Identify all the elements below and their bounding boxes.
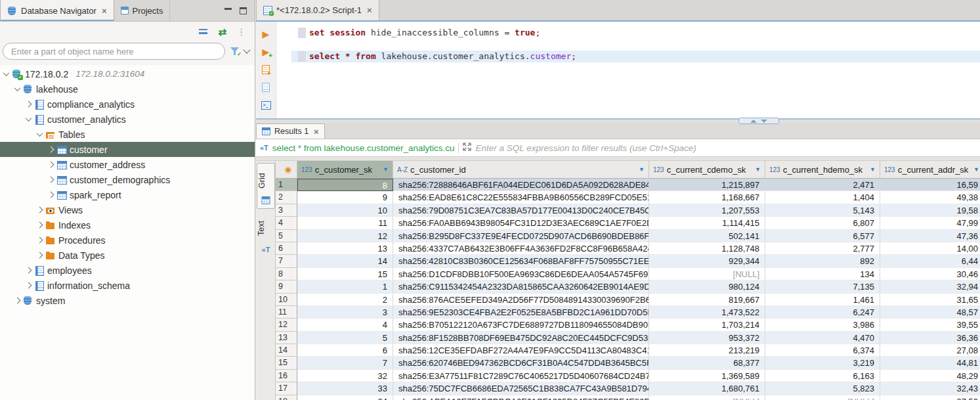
- row-header[interactable]: 8: [276, 268, 297, 280]
- grid-cell[interactable]: 929,344: [649, 255, 765, 267]
- grid-cell[interactable]: 39,55: [880, 319, 980, 331]
- chevron-down-icon[interactable]: [243, 46, 250, 53]
- row-header[interactable]: 7: [276, 255, 297, 267]
- grid-cell[interactable]: sha256:79D08751C3EA7C83BA57D177E00413D0C…: [393, 204, 649, 217]
- grid-cell[interactable]: 44,81: [880, 357, 980, 369]
- filter-funnel-icon[interactable]: [230, 47, 239, 55]
- grid-cell[interactable]: 1,128,748: [649, 242, 765, 255]
- grid-cell[interactable]: 30,46: [880, 268, 980, 280]
- grid-cell[interactable]: sha256:8F1528BB708DF69EB475DC92A8C20EC44…: [393, 332, 649, 344]
- grid-cell[interactable]: 134: [765, 268, 880, 280]
- row-header[interactable]: 1: [276, 179, 297, 191]
- column-header-c_customer_id[interactable]: A-Zc_customer_id▼: [393, 161, 649, 178]
- grid-cell[interactable]: 3,219: [765, 357, 880, 369]
- tree-item-indexes[interactable]: Indexes: [0, 217, 255, 233]
- grid-cell[interactable]: 32,94: [880, 280, 980, 293]
- tree-item-information-schema[interactable]: information_schema: [0, 278, 255, 293]
- collapse-all-icon[interactable]: [199, 29, 207, 35]
- grid-cell[interactable]: 1,461: [765, 294, 880, 306]
- grid-cell[interactable]: 19,58: [880, 204, 980, 217]
- grid-cell[interactable]: sha256:72888646ABF61FA044EDEC061D6DA5A09…: [393, 179, 649, 191]
- explain-plan-button[interactable]: [261, 82, 271, 93]
- expander-icon[interactable]: [37, 237, 43, 244]
- tree-item-customer-analytics[interactable]: customer_analytics: [0, 112, 255, 127]
- grid-cell[interactable]: sha256:876ACE5EFED349A2D56F77D5084891433…: [393, 294, 649, 306]
- row-header[interactable]: 14: [276, 344, 297, 357]
- close-icon[interactable]: ×: [102, 6, 107, 16]
- row-header[interactable]: 16: [276, 370, 297, 382]
- tree-item-procedures[interactable]: Procedures: [0, 233, 255, 248]
- grid-cell[interactable]: 6,374: [765, 344, 880, 357]
- grid-cell[interactable]: sha256:D1CDF8DBB10F500EA9693C86DE6DEAA05…: [393, 268, 649, 280]
- tree-item-customer-address[interactable]: customer_address: [0, 157, 255, 172]
- expander-icon[interactable]: [14, 298, 21, 304]
- grid-cell[interactable]: 9: [297, 191, 393, 204]
- row-header[interactable]: 9: [276, 280, 297, 293]
- grid-cell[interactable]: 7,135: [765, 280, 880, 293]
- grid-cell[interactable]: sha256:B705122120A673FC7DE6889727DB11809…: [393, 319, 649, 331]
- grid-cell[interactable]: 1,207,553: [649, 204, 765, 217]
- grid-cell[interactable]: sha256:ABEA16E7F1FCBDCA6E01CF1095D84F37C…: [393, 395, 649, 400]
- menu-dots-icon[interactable]: ⋮: [237, 28, 245, 36]
- grid-cell[interactable]: 6,247: [765, 306, 880, 319]
- execute-statement-button[interactable]: ▶: [261, 29, 271, 39]
- expander-icon[interactable]: [26, 267, 32, 274]
- expander-icon[interactable]: [48, 192, 54, 198]
- expander-icon[interactable]: [37, 252, 43, 259]
- tab-results-1[interactable]: Results 1 ×: [256, 123, 325, 139]
- grid-cell[interactable]: 5,143: [765, 204, 880, 217]
- grid-cell[interactable]: 1,680,761: [649, 382, 765, 395]
- tree-item-spark-report[interactable]: spark_report: [0, 187, 255, 202]
- sql-console-button[interactable]: >_: [261, 100, 271, 110]
- code-line[interactable]: select * from lakehouse.customer_analyti…: [309, 51, 980, 62]
- grid-cell[interactable]: 980,124: [649, 280, 765, 293]
- grid-cell[interactable]: sha256:EAD8E61C8C22E555834FBBA9B60556CB2…: [393, 191, 649, 204]
- grid-cell[interactable]: 15: [297, 268, 393, 280]
- grid-cell[interactable]: 2,471: [765, 179, 880, 191]
- grid-cell[interactable]: 6,44: [880, 255, 980, 267]
- grid-cell[interactable]: 31,65: [880, 294, 980, 306]
- grid-cell[interactable]: 1,114,415: [649, 217, 765, 229]
- expander-icon[interactable]: [48, 177, 54, 183]
- grid-cell[interactable]: 1,703,214: [649, 319, 765, 331]
- grid-cell[interactable]: 32: [297, 370, 393, 382]
- grid-cell[interactable]: sha256:42810C83B0360CE125634F068BAF8FF75…: [393, 255, 649, 267]
- tab-database-navigator[interactable]: Database Navigator ×: [0, 0, 114, 21]
- code-line[interactable]: [309, 39, 980, 51]
- grid-cell[interactable]: 6,577: [765, 230, 880, 242]
- grid-cell[interactable]: 2: [297, 294, 393, 306]
- grid-cell[interactable]: 14: [297, 255, 393, 267]
- tree-item-lakehouse[interactable]: lakehouse: [0, 81, 255, 97]
- grid-cell[interactable]: sha256:C9115342454A2323DA815865CAA326064…: [393, 280, 649, 293]
- grid-corner-cell[interactable]: ◉: [276, 161, 297, 178]
- grid-cell[interactable]: 10: [297, 204, 393, 217]
- expander-icon[interactable]: [37, 222, 43, 229]
- grid-cell[interactable]: 11: [297, 217, 393, 229]
- grid-cell[interactable]: sha256:620746BED947362BCD6CF31B0A4C547DD…: [393, 357, 649, 369]
- tab-sql-script[interactable]: *<172.18.0.2> Script-1 ×: [256, 0, 379, 20]
- expander-icon[interactable]: [48, 162, 54, 168]
- row-header[interactable]: 15: [276, 357, 297, 369]
- execute-script-button[interactable]: [261, 64, 271, 75]
- tree-item-views[interactable]: Views: [0, 202, 255, 217]
- grid-cell[interactable]: sha256:FA0ABB6943B98054FC31D12D3E3AEC689…: [393, 217, 649, 229]
- grid-cell[interactable]: 48,57: [880, 306, 980, 319]
- grid-cell[interactable]: 6: [297, 344, 393, 357]
- grid-cell[interactable]: [NULL]: [649, 268, 765, 280]
- tree-item-customer-demographics[interactable]: customer_demographics: [0, 172, 255, 187]
- grid-cell[interactable]: 1,473,522: [649, 306, 765, 319]
- grid-cell[interactable]: 2,777: [765, 242, 880, 255]
- close-icon[interactable]: ×: [367, 5, 372, 15]
- row-header[interactable]: 2: [276, 191, 297, 204]
- grid-cell[interactable]: 48,29: [880, 370, 980, 382]
- grid-cell[interactable]: 3,986: [765, 319, 880, 331]
- editor-results-splitter[interactable]: [256, 118, 980, 123]
- grid-cell[interactable]: [NULL]: [649, 395, 765, 400]
- grid-cell[interactable]: 37,50: [880, 395, 980, 400]
- grid-cell[interactable]: 819,667: [649, 294, 765, 306]
- grid-cell[interactable]: sha256:75DC7FCB6686EDA72565C1B838CA7FC43…: [393, 382, 649, 395]
- grid-cell[interactable]: 14,00: [880, 242, 980, 255]
- grid-cell[interactable]: 6,807: [765, 217, 880, 229]
- row-header[interactable]: 12: [276, 319, 297, 331]
- row-header[interactable]: 17: [276, 382, 297, 395]
